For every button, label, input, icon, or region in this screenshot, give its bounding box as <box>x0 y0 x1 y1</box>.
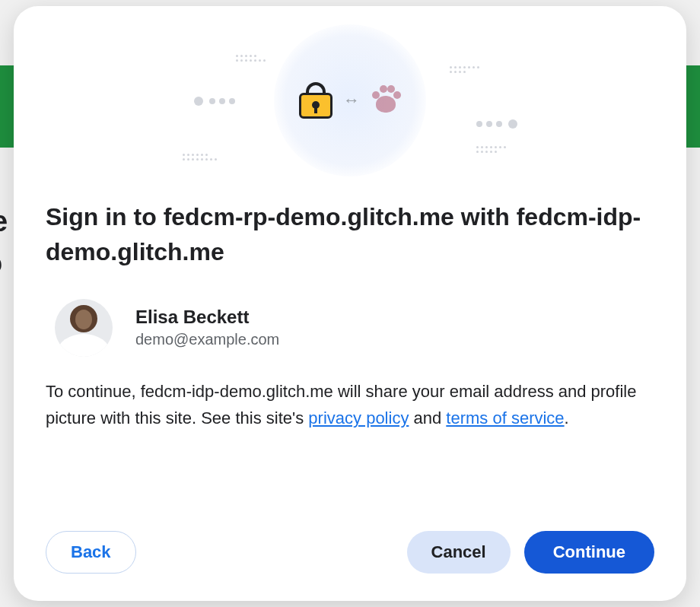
dialog-title: Sign in to fedcm-rp-demo.glitch.me with … <box>46 199 654 270</box>
lock-icon <box>299 82 332 119</box>
background-text: o <box>0 247 2 280</box>
consent-suffix: . <box>565 408 569 427</box>
continue-button[interactable]: Continue <box>524 531 654 574</box>
signin-dialog: ↔ Sign in to fedcm-rp-demo.glitch.me wit… <box>14 6 686 601</box>
account-email: demo@example.com <box>135 331 279 348</box>
consent-between: and <box>409 408 446 427</box>
back-button[interactable]: Back <box>46 531 136 574</box>
paw-icon <box>371 85 401 116</box>
privacy-policy-link[interactable]: privacy policy <box>308 408 409 427</box>
button-row: Back Cancel Continue <box>46 516 654 574</box>
account-name: Elisa Beckett <box>135 307 279 328</box>
avatar <box>55 299 113 357</box>
cancel-button[interactable]: Cancel <box>407 531 511 574</box>
dialog-decoration: ↔ <box>46 24 654 176</box>
bidirectional-arrow-icon: ↔ <box>343 91 360 110</box>
terms-of-service-link[interactable]: terms of service <box>446 408 564 427</box>
consent-text: To continue, fedcm-idp-demo.glitch.me wi… <box>46 378 654 432</box>
account-row: Elisa Beckett demo@example.com <box>46 299 654 357</box>
background-text: 'e <box>0 205 8 238</box>
